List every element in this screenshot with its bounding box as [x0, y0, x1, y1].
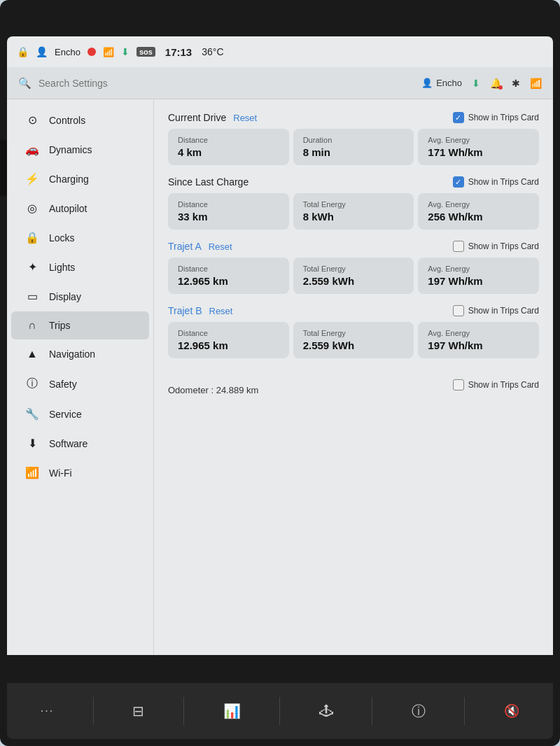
- wifi-header-icon: 📶: [530, 78, 542, 89]
- taskbar-chart[interactable]: 📊: [223, 703, 241, 719]
- current-drive-title: Current Drive: [168, 112, 226, 123]
- sidebar-item-lights[interactable]: ✦ Lights: [11, 253, 149, 281]
- current-drive-reset[interactable]: Reset: [233, 113, 257, 123]
- since-last-charge-title: Since Last Charge: [168, 176, 248, 188]
- current-drive-duration-value: 8 min: [303, 146, 405, 158]
- header-download-icon: ⬇: [472, 78, 480, 89]
- current-drive-header: Current Drive Reset ✓ Show in Trips Card: [168, 112, 539, 123]
- search-input[interactable]: [38, 78, 214, 89]
- since-last-charge-trips-label: Show in Trips Card: [468, 177, 539, 187]
- sidebar-item-service[interactable]: 🔧 Service: [11, 400, 149, 428]
- sidebar-label-navigation: Navigation: [49, 349, 95, 360]
- sidebar-label-service: Service: [49, 409, 82, 420]
- sidebar-item-controls[interactable]: ⊙ Controls: [11, 106, 149, 134]
- search-icon: 🔍: [18, 77, 31, 90]
- sidebar-item-navigation[interactable]: ▲ Navigation: [11, 340, 149, 368]
- current-drive-checkbox[interactable]: ✓: [453, 112, 464, 123]
- trajet-b-reset[interactable]: Reset: [209, 306, 233, 316]
- sidebar-label-wifi: Wi-Fi: [49, 467, 72, 479]
- since-last-charge-show-trips[interactable]: ✓ Show in Trips Card: [453, 176, 539, 188]
- taskbar-divider-3: [279, 697, 280, 725]
- trajet-a-title: Trajet A: [168, 241, 202, 252]
- ta-energy-total-label: Total Energy: [303, 265, 405, 273]
- slc-avg-energy-value: 256 Wh/km: [428, 211, 529, 223]
- ta-energy-total-card: Total Energy 2.559 kWh: [293, 258, 414, 294]
- current-drive-trips-label: Show in Trips Card: [468, 113, 539, 122]
- slc-distance-label: Distance: [178, 200, 279, 209]
- current-drive-show-trips[interactable]: ✓ Show in Trips Card: [453, 112, 539, 123]
- sidebar-label-display: Display: [49, 291, 81, 302]
- sidebar-item-trips[interactable]: ∩ Trips: [11, 311, 149, 339]
- slc-distance-value: 33 km: [178, 211, 279, 223]
- dynamics-icon: 🚗: [25, 143, 39, 156]
- dots-icon: ···: [41, 705, 54, 717]
- odometer-row: Odometer : 24.889 km: [168, 381, 258, 400]
- sidebar-label-safety: Safety: [49, 379, 77, 390]
- slc-distance-card: Distance 33 km: [168, 193, 289, 230]
- tb-distance-label: Distance: [178, 329, 279, 337]
- odometer-show-trips[interactable]: Show in Trips Card: [453, 379, 539, 390]
- slc-avg-energy-label: Avg. Energy: [428, 200, 529, 209]
- sidebar-item-display[interactable]: ▭ Display: [11, 282, 149, 311]
- sidebar-label-locks: Locks: [49, 232, 75, 244]
- sidebar-label-trips: Trips: [49, 320, 71, 331]
- header-user-icon: 👤: [421, 78, 433, 88]
- sidebar-item-autopilot[interactable]: ◎ Autopilot: [11, 194, 149, 223]
- ta-avg-energy-value: 197 Wh/km: [428, 275, 529, 287]
- taskbar-joystick[interactable]: 🕹: [319, 703, 333, 719]
- locks-icon: 🔒: [25, 231, 39, 244]
- controls-icon: ⊙: [25, 113, 39, 127]
- since-last-charge-cards: Distance 33 km Total Energy 8 kWh Avg. E…: [168, 193, 539, 230]
- sidebar-label-charging: Charging: [49, 174, 89, 185]
- sidebar-item-charging[interactable]: ⚡ Charging: [11, 164, 149, 193]
- ta-distance-label: Distance: [178, 265, 279, 273]
- top-right-icons: 👤 Encho ⬇ 🔔 ✱ 📶: [421, 78, 542, 89]
- current-drive-energy-label: Avg. Energy: [428, 136, 529, 144]
- tb-distance-value: 12.965 km: [178, 339, 279, 351]
- current-drive-distance-value: 4 km: [178, 146, 279, 158]
- status-time: 17:13: [165, 46, 192, 58]
- trajet-a-checkbox[interactable]: [453, 241, 464, 252]
- sidebar-label-controls: Controls: [49, 115, 85, 126]
- since-last-charge-checkbox[interactable]: ✓: [453, 176, 464, 188]
- trajet-b-title-row: Trajet B Reset: [168, 305, 232, 316]
- current-drive-duration-card: Duration 8 min: [293, 129, 414, 165]
- odometer-trips-label: Show in Trips Card: [468, 380, 539, 390]
- tb-energy-total-card: Total Energy 2.559 kWh: [293, 322, 414, 358]
- sidebar-item-locks[interactable]: 🔒 Locks: [11, 223, 149, 252]
- taskbar-divider-2: [183, 697, 184, 725]
- trajet-b-cards: Distance 12.965 km Total Energy 2.559 kW…: [168, 322, 539, 358]
- trajet-b-show-trips[interactable]: Show in Trips Card: [453, 305, 539, 316]
- wifi-status-icon: 📶: [103, 47, 114, 57]
- taskbar-dots[interactable]: ···: [41, 705, 54, 717]
- current-drive-cards: Distance 4 km Duration 8 min Avg. Energy…: [168, 129, 539, 165]
- since-last-charge-title-row: Since Last Charge: [168, 176, 248, 188]
- trajet-a-reset[interactable]: Reset: [209, 241, 232, 252]
- section-trajet-b: Trajet B Reset Show in Trips Card Distan…: [168, 305, 539, 358]
- taskbar-volume-muted[interactable]: 🔇: [504, 703, 519, 719]
- sidebar-item-software[interactable]: ⬇ Software: [11, 429, 149, 458]
- sidebar-item-dynamics[interactable]: 🚗 Dynamics: [11, 135, 149, 164]
- trajet-b-checkbox[interactable]: [453, 305, 464, 316]
- notification-icon-wrap[interactable]: 🔔: [490, 78, 502, 89]
- trajet-a-header: Trajet A Reset Show in Trips Card: [168, 241, 539, 252]
- tb-distance-card: Distance 12.965 km: [168, 322, 289, 358]
- trajet-a-show-trips[interactable]: Show in Trips Card: [453, 241, 539, 252]
- user-icon: 👤: [36, 46, 48, 57]
- odometer-checkbox[interactable]: [453, 379, 464, 390]
- sidebar-item-safety[interactable]: ⓘ Safety: [11, 369, 149, 399]
- safety-icon: ⓘ: [25, 376, 39, 391]
- status-temp: 36°C: [202, 46, 223, 57]
- sidebar-label-autopilot: Autopilot: [49, 203, 87, 214]
- slc-energy-total-label: Total Energy: [303, 200, 405, 209]
- taskbar-info[interactable]: ⓘ: [412, 702, 426, 721]
- taskbar-media[interactable]: ⊟: [132, 703, 144, 719]
- bluetooth-icon: ✱: [512, 78, 520, 89]
- tb-avg-energy-label: Avg. Energy: [428, 329, 529, 337]
- trajet-b-header: Trajet B Reset Show in Trips Card: [168, 305, 539, 316]
- download-status-icon: ⬇: [121, 46, 130, 57]
- display-icon: ▭: [25, 290, 39, 303]
- sidebar-item-wifi[interactable]: 📶 Wi-Fi: [11, 458, 149, 487]
- software-icon: ⬇: [25, 437, 39, 450]
- trajet-b-title: Trajet B: [168, 305, 202, 316]
